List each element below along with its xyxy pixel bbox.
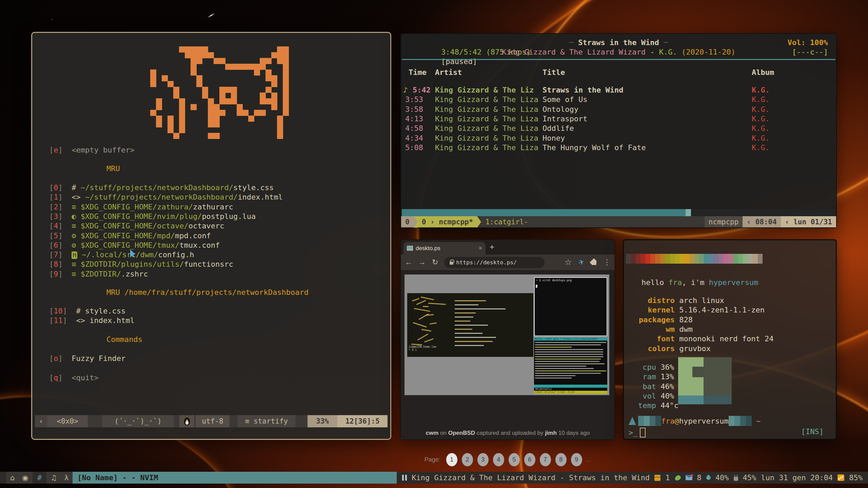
page-button-2[interactable]: 2 <box>462 453 473 466</box>
ncmpcpp-player-window[interactable]: 3:48/5:42 (875 kbps) ─ Straws in the Win… <box>400 33 837 228</box>
new-tab-button[interactable]: + <box>490 242 494 252</box>
page-button-1[interactable]: 1 <box>446 453 457 466</box>
tmux-clock: ‹ 08:04 <box>743 216 781 227</box>
startify-entry[interactable]: [11] <> index.html <box>49 316 135 325</box>
palette-swatch <box>626 254 631 264</box>
tab-desktops[interactable]: deskto.ps × <box>403 242 486 255</box>
startify-entry[interactable]: [3] ◐ $XDG_CONFIG_HOME/nvim/plug/postplu… <box>49 211 256 221</box>
palette-swatch <box>689 254 694 264</box>
statusline-kaomoji: (´·_·`)_·`) <box>102 415 174 427</box>
palette-swatch <box>718 254 723 264</box>
fetch-info-row: packages 828 <box>624 315 693 325</box>
tag-hash[interactable]: # <box>33 472 46 484</box>
url-text[interactable]: https://deskto.ps/ <box>456 259 517 266</box>
palette-swatch <box>714 254 718 264</box>
startify-entry[interactable]: [4] ≡ $XDG_CONFIG_HOME/octave/octaverc <box>49 221 224 231</box>
tab-strip: deskto.ps × + <box>401 240 615 255</box>
palette-swatch <box>650 254 655 264</box>
startify-entry[interactable]: [o] Fuzzy Finder <box>49 353 125 363</box>
page-content: jim@x250.home.lan ~ $ ▯ ~ $ scrot deskto… <box>401 270 615 440</box>
palette-swatch <box>655 254 660 264</box>
startify-entry[interactable]: [6] ⚙ $XDG_CONFIG_HOME/tmux/tmux.conf <box>49 240 220 250</box>
tmux-session[interactable]: 0 <box>401 216 414 227</box>
player-state: [paused] <box>441 57 477 66</box>
thumb-irc-status: [chat] 0:irssi* 1:ssh- 2:ssh <box>534 391 607 394</box>
pause-icon <box>402 475 407 481</box>
nvim-terminal-window[interactable]: [e] <empty buffer>MRU[0] # ~/stuff/proje… <box>31 32 391 440</box>
extension-plane-icon[interactable]: ✈ <box>577 258 586 267</box>
tmux-window-other[interactable]: 1:catgirl- <box>481 216 532 227</box>
prompt-user: fra <box>661 417 675 425</box>
track-row[interactable]: 4:58King Gizzard & The LizaOddlifeK.G. <box>405 124 832 133</box>
reload-icon[interactable]: ↻ <box>432 258 438 267</box>
track-row[interactable]: ♪ 5:42King Gizzard & The LizStraws in th… <box>405 85 832 95</box>
track-row[interactable]: 4:13King Gizzard & The LizaIntrasportK.G… <box>405 114 832 124</box>
page-button-5[interactable]: 5 <box>509 453 520 466</box>
startify-entry[interactable]: [0] # ~/stuff/projects/networkDashboard/… <box>49 183 274 192</box>
status-battery: 85% <box>849 473 863 482</box>
back-icon[interactable]: ← <box>405 258 412 267</box>
lock-icon[interactable] <box>450 262 453 265</box>
palette-swatch <box>733 254 738 264</box>
startify-entry[interactable]: [8] ≡ $ZDOTDIR/plugins/utils/functionsrc <box>49 259 233 269</box>
thumb-irc-channel: [#cyberpals] <box>535 388 552 390</box>
tab-close-icon[interactable]: × <box>478 245 482 252</box>
extensions-puzzle-icon[interactable] <box>591 260 596 265</box>
list-icon: ≡ <box>245 417 250 425</box>
startify-entry[interactable]: [2] ≡ $XDG_CONFIG_HOME/zathura/zathurarc <box>49 202 233 212</box>
page-button-8[interactable]: 8 <box>555 453 567 466</box>
tag-globe-icon[interactable]: ◉ <box>22 474 28 482</box>
column-title[interactable]: Title <box>542 68 565 77</box>
track-row[interactable]: 5:08King Gizzard & The LizaThe Hungry Wo… <box>405 143 832 152</box>
fetch-terminal-window[interactable]: hello fra, i'm hyperversum distro arch l… <box>623 239 837 440</box>
volume-indicator: Vol: 100% <box>788 38 828 47</box>
progress-fill <box>402 209 691 217</box>
progress-bar[interactable] <box>402 209 835 217</box>
forward-icon[interactable]: → <box>418 258 426 267</box>
address-bar[interactable]: https://deskto.ps/ <box>444 257 545 268</box>
startify-entry[interactable]: [1] <> ~/stuff/projects/networkDashboard… <box>49 192 283 202</box>
menu-dots-icon[interactable]: ⋮ <box>603 258 611 267</box>
fetch-info-row: distro arch linux <box>624 296 724 305</box>
more-pages[interactable]: ... <box>587 457 591 463</box>
palette-swatch <box>660 254 665 264</box>
page-label: Page: <box>425 456 440 463</box>
statusline-encoding: utf-8 <box>196 415 230 427</box>
palette-swatch <box>748 254 753 264</box>
tag-music-icon[interactable]: ♫ <box>51 474 57 482</box>
startify-entry[interactable]: [q] <quit> <box>49 373 99 383</box>
page-button-7[interactable]: 7 <box>540 453 551 466</box>
shell-prompt: fra@hyperversum ~ <box>629 416 761 426</box>
startify-entry[interactable]: [7] H ~/.local/src/dwm/config.h <box>49 250 194 260</box>
column-album[interactable]: Album <box>752 68 774 77</box>
startify-entry[interactable]: [5] ⚙ $XDG_CONFIG_HOME/mpd/mpd.conf <box>49 231 211 241</box>
tmux-window-active[interactable]: 0 › ncmpcpp* <box>418 216 477 227</box>
shell-input-line[interactable]: >_ <box>629 427 646 438</box>
track-row[interactable]: 4:34King Gizzard & The LizaHoneyK.G. <box>405 134 832 143</box>
column-artist[interactable]: Artist <box>435 68 462 77</box>
fetch-info-row: colors gruvbox <box>624 344 711 353</box>
track-row[interactable]: 3:58King Gizzard & The LizaOntologyK.G. <box>405 105 832 114</box>
startify-entry[interactable]: [e] <empty buffer> <box>49 145 135 155</box>
thumb-irc-window: hello, cyber pals | https://jcs.org/syst… <box>534 338 607 394</box>
arch-logo-icon <box>629 417 636 425</box>
browser-window[interactable]: deskto.ps × + ← → ↻ https://deskto.ps/ ☆… <box>400 239 615 440</box>
tmux-statusbar: 0 0 › ncmpcpp* 1:catgirl- ncmpcpp ‹ 08:0… <box>401 216 836 227</box>
page-button-9[interactable]: 9 <box>571 453 582 466</box>
page-button-4[interactable]: 4 <box>493 453 504 466</box>
fetch-info-row: kernel 5.16.4-zen1-1.1-zen <box>624 305 765 315</box>
column-time[interactable]: Time <box>409 68 427 77</box>
startify-entry[interactable]: [10] # style.css <box>49 306 125 316</box>
bookmark-star-icon[interactable]: ☆ <box>565 258 572 267</box>
dwm-statusbar: ⌂ ◉ # ♫ λ [No Name] - - NVIM King Gizzar… <box>0 472 868 484</box>
terminal-color-palette <box>626 254 763 264</box>
dwm-window-title[interactable]: [No Name] - - NVIM <box>73 472 397 484</box>
screenshot-thumbnail[interactable]: jim@x250.home.lan ~ $ ▯ ~ $ scrot deskto… <box>405 274 609 395</box>
tag-lambda-icon[interactable]: λ <box>64 474 68 482</box>
page-button-3[interactable]: 3 <box>477 453 489 466</box>
track-row[interactable]: 3:53King Gizzard & The LizaSome of UsK.G… <box>405 95 832 104</box>
page-button-6[interactable]: 6 <box>524 453 535 466</box>
package-icon <box>654 475 660 481</box>
startify-entry[interactable]: [9] ≡ $ZDOTDIR/.zshrc <box>49 269 148 279</box>
tag-home-icon[interactable]: ⌂ <box>10 474 15 482</box>
